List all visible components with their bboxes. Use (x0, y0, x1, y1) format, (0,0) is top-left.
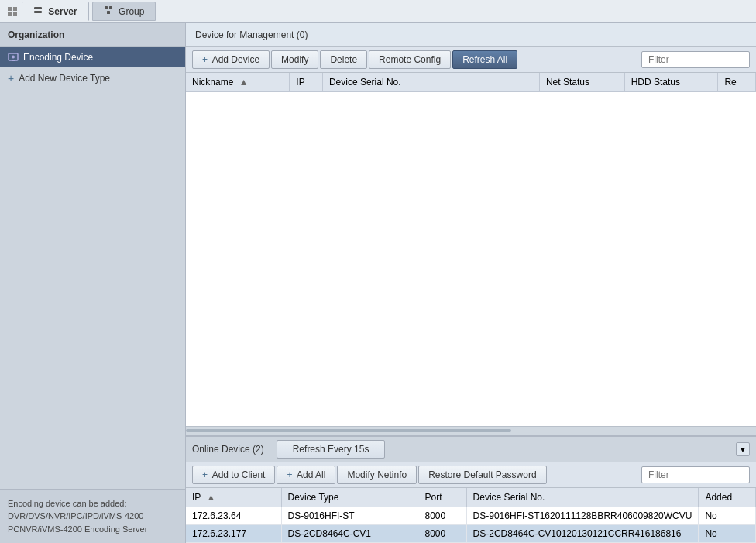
add-to-client-icon: + (202, 469, 208, 480)
management-table: Nickname ▲ IP Device Serial No. Net Stat… (186, 73, 756, 92)
encoding-device-label: Encoding Device (23, 52, 93, 63)
server-tab-icon (33, 5, 43, 15)
svg-point-10 (12, 56, 15, 59)
col-hdd-status: HDD Status (624, 73, 718, 92)
delete-button[interactable]: Delete (320, 50, 367, 69)
add-to-client-button[interactable]: + Add to Client (192, 466, 275, 484)
modify-netinfo-button[interactable]: Modify Netinfo (337, 466, 417, 484)
add-device-icon: + (202, 54, 208, 65)
col-serial: Device Serial No. (322, 73, 539, 92)
encoding-device-icon (8, 52, 19, 63)
add-device-type-icon: + (8, 72, 14, 84)
col-ip-label: IP (296, 77, 304, 88)
app-icon (6, 5, 19, 18)
online-cell-port: 8000 (418, 507, 466, 525)
svg-rect-4 (34, 7, 42, 9)
online-cell-added: No (699, 525, 756, 543)
collapse-online-button[interactable]: ▼ (736, 442, 750, 456)
management-title: Device for Management (0) (186, 23, 756, 46)
online-col-device-type-label: Device Type (288, 492, 339, 503)
add-all-button[interactable]: + Add All (277, 466, 335, 484)
online-table-row[interactable]: 172.6.23.64 DS-9016HFI-ST 8000 DS-9016HF… (186, 507, 756, 525)
restore-default-password-button[interactable]: Restore Default Password (418, 466, 546, 484)
online-cell-serial: DS-2CD8464C-CV10120130121CCRR416186816 (466, 525, 699, 543)
add-all-label: Add All (297, 469, 325, 480)
top-bar: Server Group (0, 0, 756, 23)
sidebar-footer: Encoding device can be added:DVR/DVS/NVR… (0, 489, 185, 544)
svg-rect-2 (8, 12, 12, 16)
sidebar-org-label: Organization (8, 29, 64, 40)
online-cell-device-type: DS-2CD8464C-CV1 (281, 525, 418, 543)
tab-group[interactable]: Group (92, 2, 156, 21)
sidebar-footer-text: Encoding device can be added:DVR/DVS/NVR… (8, 499, 147, 534)
online-table-container: IP ▲ Device Type Port Device Serial No. (186, 488, 756, 543)
sidebar-item-encoding-device[interactable]: Encoding Device (0, 47, 185, 67)
sort-arrow-online-ip: ▲ (206, 492, 215, 503)
main-layout: Organization Encoding Device + Add New D… (0, 23, 756, 543)
online-col-ip-label: IP (192, 492, 201, 503)
collapse-icon: ▼ (739, 445, 747, 454)
col-nickname-label: Nickname (192, 77, 233, 88)
svg-rect-1 (13, 7, 17, 11)
svg-rect-8 (107, 11, 110, 14)
online-col-port: Port (418, 488, 466, 507)
refresh-every-15s-button[interactable]: Refresh Every 15s (277, 440, 386, 459)
col-re: Re (718, 73, 756, 92)
management-filter-input[interactable] (641, 51, 750, 68)
online-col-serial-label: Device Serial No. (473, 492, 545, 503)
online-col-device-type: Device Type (281, 488, 418, 507)
col-ip: IP (290, 73, 323, 92)
online-cell-device-type: DS-9016HFI-ST (281, 507, 418, 525)
sort-arrow-nickname: ▲ (239, 77, 249, 88)
online-table-header: IP ▲ Device Type Port Device Serial No. (186, 488, 756, 507)
online-table-row[interactable]: 172.6.23.177 DS-2CD8464C-CV1 8000 DS-2CD… (186, 525, 756, 543)
add-device-type-label: Add New Device Type (19, 73, 110, 84)
add-device-label: Add Device (212, 54, 259, 65)
online-table: IP ▲ Device Type Port Device Serial No. (186, 488, 756, 543)
svg-rect-5 (34, 11, 42, 13)
col-net-status-label: Net Status (546, 77, 589, 88)
online-col-serial: Device Serial No. (466, 488, 699, 507)
svg-rect-0 (8, 7, 12, 11)
management-scrollbar[interactable] (186, 426, 756, 435)
refresh-every-label: Refresh Every 15s (293, 444, 369, 455)
group-tab-icon (104, 5, 113, 15)
remote-config-button[interactable]: Remote Config (369, 50, 451, 69)
col-nickname: Nickname ▲ (186, 73, 290, 92)
sidebar-item-add-device-type[interactable]: + Add New Device Type (0, 67, 185, 89)
add-device-button[interactable]: + Add Device (192, 50, 270, 69)
scrollbar-thumb[interactable] (186, 429, 511, 432)
online-header: Online Device (2) Refresh Every 15s ▼ (186, 437, 756, 462)
management-table-header: Nickname ▲ IP Device Serial No. Net Stat… (186, 73, 756, 92)
online-panel: Online Device (2) Refresh Every 15s ▼ + … (186, 435, 756, 543)
online-col-ip: IP ▲ (186, 488, 281, 507)
online-title-text: Online Device (2) (192, 444, 264, 455)
col-serial-label: Device Serial No. (329, 77, 401, 88)
management-toolbar: + Add Device Modify Delete Remote Config… (186, 46, 756, 73)
restore-default-password-label: Restore Default Password (428, 469, 536, 480)
refresh-all-button[interactable]: Refresh All (452, 50, 517, 69)
refresh-all-label: Refresh All (462, 54, 507, 65)
add-to-client-label: Add to Client (212, 469, 266, 480)
col-net-status: Net Status (539, 73, 624, 92)
svg-rect-11 (12, 60, 15, 61)
modify-netinfo-label: Modify Netinfo (347, 469, 407, 480)
col-hdd-status-label: HDD Status (631, 77, 680, 88)
delete-label: Delete (330, 54, 357, 65)
svg-rect-6 (105, 6, 108, 9)
online-cell-added: No (699, 507, 756, 525)
online-col-added-label: Added (705, 492, 732, 503)
modify-button[interactable]: Modify (271, 50, 318, 69)
management-table-container: Nickname ▲ IP Device Serial No. Net Stat… (186, 73, 756, 426)
svg-rect-7 (109, 6, 112, 9)
svg-rect-3 (13, 12, 17, 16)
group-tab-label: Group (119, 6, 144, 17)
online-filter-input[interactable] (641, 466, 750, 483)
sidebar: Organization Encoding Device + Add New D… (0, 23, 186, 543)
management-panel: Device for Management (0) + Add Device M… (186, 23, 756, 435)
content-area: Device for Management (0) + Add Device M… (186, 23, 756, 543)
tab-server[interactable]: Server (22, 2, 89, 21)
online-col-port-label: Port (424, 492, 442, 503)
online-cell-port: 8000 (418, 525, 466, 543)
online-cell-serial: DS-9016HFI-ST1620111128BBRR406009820WCVU (466, 507, 699, 525)
